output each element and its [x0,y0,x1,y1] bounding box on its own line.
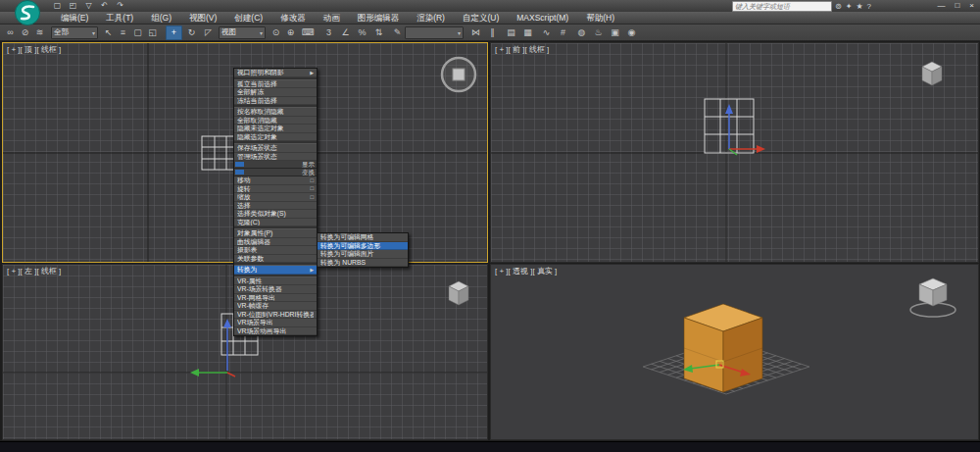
settings-box-icon[interactable]: □ [310,177,314,183]
quad-menu-item[interactable]: 曲线编辑器 [234,238,317,247]
quad-menu-item[interactable]: VR-场景转换器 [234,285,317,294]
menubar-item[interactable]: 图形编辑器 [349,12,409,24]
select-by-name-icon[interactable]: ≡ [116,26,130,39]
quad-menu-item[interactable]: 转换为可编辑面片 [318,250,408,259]
open-folder-icon[interactable]: ◰ [67,1,79,11]
curve-editor-icon[interactable]: ∿ [539,26,554,39]
material-editor-icon[interactable]: ◍ [574,26,589,39]
undo-icon[interactable]: ↶ [98,1,111,11]
selection-filter-dropdown[interactable]: 全部▾ [51,26,98,39]
maximize-button[interactable]: □ [955,0,959,12]
menubar-item[interactable]: 帮助(H) [577,12,623,24]
viewport-front[interactable]: [ + ][ 前 ][ 线框 ] [490,42,979,263]
quad-menu-item[interactable]: VR-网格导出 [234,294,317,303]
menubar-item[interactable]: MAXScript(M) [508,12,577,24]
viewport-label[interactable]: [ + ][ 透视 ][ 真实 ] [495,266,557,276]
quad-menu-item[interactable]: VR-属性 [234,277,317,286]
select-and-move-icon[interactable]: + [166,25,182,40]
close-button[interactable]: × [969,0,974,12]
quad-menu-item[interactable]: 冻结当前选择 [234,97,317,106]
snaps-toggle-icon[interactable]: 3 [321,26,336,39]
menubar-item[interactable]: 动画 [315,12,349,24]
settings-box-icon[interactable]: □ [310,185,314,191]
quad-menu-item[interactable]: 选择 [234,202,317,211]
menubar-item[interactable]: 修改器 [271,12,315,24]
select-and-manipulate-icon[interactable]: ⊕ [283,26,298,39]
use-pivot-center-icon[interactable]: ⊙ [269,26,283,39]
schematic-view-icon[interactable]: # [556,26,570,39]
select-and-link-icon[interactable]: ∞ [3,26,18,39]
quad-menu-item[interactable]: 旋转□ [234,185,317,194]
search-go-icon[interactable]: ⊚ [835,2,842,12]
quad-menu-item[interactable]: 移动□ [234,176,317,185]
settings-box-icon[interactable]: □ [310,194,314,200]
quad-menu-item[interactable]: VR-帧缓存 [234,302,317,311]
quad-menu-item[interactable]: 克隆(C) [234,219,317,227]
favorites-icon[interactable]: ★ [856,2,862,12]
quad-menu-item[interactable]: 全部解冻 [234,88,317,97]
quad-menu-item[interactable]: 转换为 NURBS [318,259,408,268]
edit-named-selection-sets-icon[interactable]: ✎ [390,26,405,39]
keyboard-override-icon[interactable]: ⌨ [301,26,316,39]
quad-menu-item[interactable]: 管理场景状态 [234,153,317,162]
align-icon[interactable]: ∥ [485,26,500,39]
menubar-item[interactable]: 创建(C) [225,12,271,24]
ribbon-toggle-icon[interactable]: ▦ [520,26,535,39]
render-setup-icon[interactable]: ♨ [591,26,606,39]
redo-icon[interactable]: ↷ [114,1,126,11]
menubar-item[interactable]: 渲染(R) [408,12,454,24]
menubar-item[interactable]: 自定义(U) [454,12,508,24]
spinner-snap-icon[interactable]: ⇅ [371,26,386,39]
select-and-rotate-icon[interactable]: ↻ [184,26,199,39]
quad-menu-item[interactable]: 全部取消隐藏 [234,117,317,126]
communication-center-icon[interactable]: ✦ [846,2,853,12]
quad-menu-item[interactable]: VR场景动画导出 [234,327,317,336]
reference-coordinate-dropdown[interactable]: 视图▾ [219,26,266,39]
rendered-frame-icon[interactable]: ▣ [608,26,622,39]
quad-menu-item[interactable]: 对象属性(P) [234,229,317,238]
rectangular-selection-icon[interactable]: ▢ [130,26,145,39]
select-object-icon[interactable]: ↖ [101,26,116,39]
minimize-button[interactable]: — [937,0,945,12]
angle-snap-icon[interactable]: ∠ [338,26,353,39]
layer-manager-icon[interactable]: ▤ [504,26,518,39]
menubar-item[interactable]: 视图(V) [180,12,225,24]
quad-menu-item[interactable]: 选择类似对象(S) [234,210,317,219]
viewport-label[interactable]: [ + ][ 前 ][ 线框 ] [495,44,549,55]
mirror-icon[interactable]: ⋈ [468,26,483,39]
viewport-label[interactable]: [ + ][ 顶 ][ 线框 ] [7,44,61,55]
percent-snap-icon[interactable]: % [355,26,369,39]
quad-title[interactable]: 显示 [234,161,317,169]
unlink-selection-icon[interactable]: ⊘ [18,26,32,39]
menubar-item[interactable]: 工具(T) [97,12,142,24]
quad-menu-item[interactable]: 隐藏未选定对象 [234,125,317,133]
named-selection-sets-dropdown[interactable]: ▾ [405,26,464,39]
search-input[interactable] [732,1,832,12]
help-icon[interactable]: ? [867,2,871,12]
quad-menu-item[interactable]: 视口照明和阴影▶ [234,69,317,77]
quad-menu-item[interactable]: 转换为可编辑多边形 [318,242,408,251]
quad-title[interactable]: 变换 [234,169,317,176]
quad-menu-item[interactable]: 关联参数 [234,255,317,264]
quad-menu-item[interactable]: 隐藏选定对象 [234,133,317,142]
quad-menu-item[interactable]: 孤立当前选择 [234,80,317,89]
bind-to-space-warp-icon[interactable]: ≋ [32,26,47,39]
window-crossing-icon[interactable]: ◱ [145,26,160,39]
select-and-scale-icon[interactable]: ◸ [201,26,216,39]
render-production-icon[interactable]: ◉ [624,26,639,39]
quad-menu-item[interactable]: 转换为可编辑网格 [318,233,408,242]
save-icon[interactable]: ▽ [82,1,95,11]
quad-menu-item[interactable]: 转换为▶ [234,266,317,275]
quad-menu-item[interactable]: 摄影表 [234,246,317,255]
quad-menu-item[interactable]: 保存场景状态 [234,144,317,153]
3dsmax-logo-icon[interactable] [13,0,44,26]
quad-menu-item[interactable]: 缩放□ [234,193,317,202]
quad-menu-item[interactable]: VR-位图到VR-HDRI转换器 [234,311,317,320]
viewport-label[interactable]: [ + ][ 左 ][ 线框 ] [7,266,61,276]
new-file-icon[interactable]: ▢ [51,1,64,11]
quad-menu-item[interactable]: VR场景导出 [234,319,317,327]
viewport-perspective[interactable]: [ + ][ 透视 ][ 真实 ] [490,264,979,440]
menubar-item[interactable]: 组(G) [142,12,180,24]
quad-menu-item[interactable]: 按名称取消隐藏 [234,108,317,117]
menubar-item[interactable]: 编辑(E) [52,12,97,24]
